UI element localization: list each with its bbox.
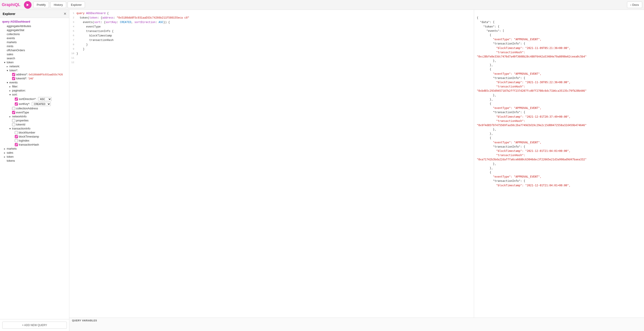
tree-item-token[interactable]: ▼ token [0, 60, 69, 64]
tokenId-checkbox[interactable] [12, 77, 15, 80]
eventType-checkbox[interactable] [12, 111, 15, 114]
close-explorer-button[interactable]: ✕ [64, 12, 66, 16]
tokenId2-checkbox[interactable] [12, 123, 15, 126]
tree-item-blockNumber[interactable]: blockNumber [0, 130, 69, 135]
code-line-12: 12 [69, 61, 474, 65]
tree-item-tokens[interactable]: tokens [0, 159, 69, 163]
query-variables-label: QUERY VARIABLES [72, 319, 641, 322]
docs-button[interactable]: ‹ Docs [627, 2, 642, 8]
code-line-5: 5 transactionInfo { [69, 30, 474, 34]
tree-item-pagination[interactable]: ► pagination: [0, 88, 69, 92]
tree-item-mints[interactable]: mints [0, 44, 69, 48]
code-line-9: 9 } [69, 48, 474, 52]
tree-item-eventType[interactable]: eventType [0, 110, 69, 114]
code-line-2: 2 token(token: {address: "0x5180db8F5c93… [69, 16, 474, 20]
chevron-left-icon: ‹ [630, 3, 631, 6]
result-line: { "data": { "token": { "events": [ { "ev… [477, 12, 641, 192]
tree-item-events-group[interactable]: ▼ events [0, 80, 69, 84]
code-line-11: 11 [69, 56, 474, 61]
tree-item-collectionAddress[interactable]: collectionAddress [0, 106, 69, 110]
code-area: 1 query AGSDashboard { 2 token(token: {a… [69, 10, 474, 67]
tree-item-networkInfo[interactable]: ► networkInfo [0, 114, 69, 118]
address-checkbox[interactable] [12, 73, 15, 76]
sortKey-select[interactable]: CREATEDTOKEN_ID [32, 102, 51, 106]
explorer-title: Explorer [3, 12, 16, 16]
tree-item-logIndex[interactable]: logIndex [0, 139, 69, 143]
tree-item-collections[interactable]: collections [0, 32, 69, 36]
explorer-panel: Explorer ✕ query AGSDashboard aggregateA… [0, 10, 69, 331]
tree-item-filter[interactable]: ► filter: [0, 84, 69, 88]
run-button[interactable] [24, 1, 32, 9]
transactionHash-checkbox[interactable] [15, 143, 18, 146]
logIndex-checkbox[interactable] [15, 139, 18, 142]
tree-item-transactionInfo[interactable]: ▼ transactionInfo [0, 126, 69, 130]
tree-item-sort[interactable]: ▼ sort: [0, 92, 69, 96]
query-variables-panel: QUERY VARIABLES [69, 318, 644, 331]
explorer-button[interactable]: Explorer [68, 2, 85, 8]
collectionAddress-checkbox[interactable] [12, 107, 15, 110]
history-button[interactable]: History [50, 2, 66, 8]
code-line-4: 4 eventType [69, 25, 474, 30]
code-line-8: 8 } [69, 43, 474, 48]
tree-item-aggregateStat[interactable]: aggregateStat [0, 28, 69, 32]
code-line-10: 10 } [69, 52, 474, 56]
tree-item-markets2[interactable]: ► markets [0, 147, 69, 151]
code-line-3: 3 events(sort: {sortKey: CREATED, sortDi… [69, 20, 474, 25]
add-new-query-button[interactable]: + ADD NEW QUERY [2, 322, 67, 329]
explorer-header: Explorer ✕ [0, 10, 69, 18]
add-query-section: + ADD NEW QUERY [0, 319, 69, 331]
tree-item-tokenId[interactable]: tokenId*: "246" [0, 76, 69, 80]
tree-item-network[interactable]: ► network: [0, 64, 69, 68]
blockNumber-checkbox[interactable] [15, 131, 18, 134]
tree-item-transactionHash[interactable]: transactionHash [0, 143, 69, 147]
properties-checkbox[interactable] [12, 119, 15, 122]
tree-item-aggregateAttributes[interactable]: aggregateAttributes [0, 24, 69, 28]
tree-item-sales2[interactable]: ► sales [0, 151, 69, 155]
sortKey-checkbox[interactable] [15, 102, 18, 106]
code-editor[interactable]: 1 query AGSDashboard { 2 token(token: {a… [69, 10, 474, 318]
json-result-panel: { "data": { "token": { "events": [ { "ev… [474, 10, 644, 318]
code-line-7: 7 transactionHash [69, 38, 474, 43]
app-logo: GraphiQL [2, 2, 20, 7]
code-line-6: 6 blockTimestamp [69, 34, 474, 38]
tree-item-markets[interactable]: markets [0, 40, 69, 44]
tree-item-sortDirection[interactable]: sortDirection*: ASCDESC [0, 96, 69, 102]
tree-item-blockTimestamp[interactable]: blockTimestamp [0, 135, 69, 139]
query-name-link[interactable]: AGSDashboard [10, 20, 30, 23]
svg-marker-0 [26, 4, 29, 6]
tree-item-token2[interactable]: ► token [0, 155, 69, 159]
tree-item-sortKey[interactable]: sortKey*: CREATEDTOKEN_ID [0, 102, 69, 106]
tree-item-search[interactable]: search [0, 56, 69, 60]
blockTimestamp-checkbox[interactable] [15, 135, 18, 138]
code-line-1: 1 query AGSDashboard { [69, 12, 474, 16]
explorer-content: query AGSDashboard aggregateAttributes a… [0, 18, 69, 319]
prettify-button[interactable]: Prettify [33, 2, 49, 8]
tree-item-properties[interactable]: properties [0, 118, 69, 122]
sortDirection-select[interactable]: ASCDESC [38, 97, 52, 101]
tree-item-address[interactable]: address*: 0x5180db8F5c931aaE63c7426 [0, 72, 69, 76]
editor-result-top: 1 query AGSDashboard { 2 token(token: {a… [69, 10, 644, 318]
tree-item-sales[interactable]: sales [0, 52, 69, 56]
editor-result-layout: 1 query AGSDashboard { 2 token(token: {a… [69, 10, 644, 331]
topbar: GraphiQL Prettify History Explorer ‹ Doc… [0, 0, 644, 10]
tree-item-events[interactable]: events [0, 36, 69, 40]
sortDirection-checkbox[interactable] [15, 98, 18, 101]
tree-item-tokenId2[interactable]: tokenId [0, 122, 69, 126]
main-layout: Explorer ✕ query AGSDashboard aggregateA… [0, 10, 644, 331]
tree-item-token-star[interactable]: ▼ token*: [0, 68, 69, 72]
tree-item-offchainOrders[interactable]: offchainOrders [0, 48, 69, 52]
query-label: query AGSDashboard [0, 19, 69, 24]
